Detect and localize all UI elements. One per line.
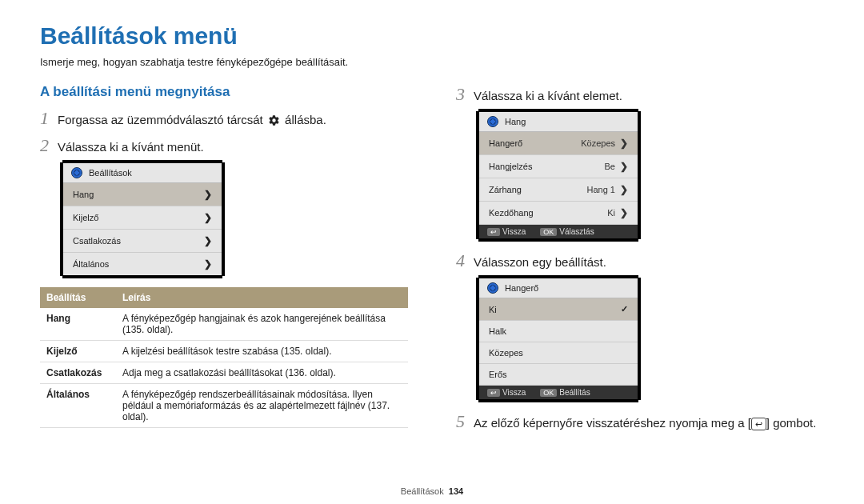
check-icon: ✓ <box>621 304 628 314</box>
panel-row[interactable]: Zárhang Hang 1❯ <box>479 178 638 202</box>
right-column: 3 Válassza ki a kívánt elemet. Hang Hang… <box>456 84 824 438</box>
chevron-right-icon: ❯ <box>204 258 212 270</box>
sound-panel: Hang Hangerő Közepes❯ Hangjelzés Be❯ Zár… <box>478 111 638 239</box>
step1-text: Forgassa az üzemmódválasztó tárcsát állá… <box>58 113 408 126</box>
dial-icon <box>487 282 498 294</box>
th-setting: Beállítás <box>40 287 116 308</box>
chevron-right-icon: ❯ <box>620 207 628 218</box>
step3-text: Válassza ki a kívánt elemet. <box>474 89 824 102</box>
table-row: Kijelző A kijelzési beállítások testre s… <box>40 341 408 362</box>
table-row: Csatlakozás Adja meg a csatlakozási beál… <box>40 362 408 384</box>
settings-panel: Beállítások Hang ❯ Kijelző ❯ Csatlakozás… <box>62 162 222 276</box>
panel-header: Hangerő <box>479 278 638 298</box>
section-heading: A beállítási menü megnyitása <box>40 84 408 100</box>
page-footer: Beállítások 134 <box>0 486 864 496</box>
ok-icon: OK <box>540 228 557 236</box>
ok-icon: OK <box>540 389 557 397</box>
chevron-right-icon: ❯ <box>620 161 628 172</box>
table-row: Hang A fényképezőgép hangjainak és azok … <box>40 308 408 341</box>
panel-row[interactable]: Erős <box>479 364 638 386</box>
back-icon: ↩ <box>487 228 500 236</box>
chevron-right-icon: ❯ <box>204 212 212 223</box>
left-column: A beállítási menü megnyitása 1 Forgassa … <box>40 84 408 438</box>
step4-text: Válasszon egy beállítást. <box>474 255 824 269</box>
panel-row-altalanos[interactable]: Általános ❯ <box>63 253 222 275</box>
volume-panel: Hangerő Ki ✓ Halk Közepes Erős ↩Vissza O… <box>478 278 638 400</box>
step-number: 4 <box>456 250 474 271</box>
panel-row-csatlakozas[interactable]: Csatlakozás ❯ <box>63 230 222 253</box>
settings-description-table: Beállítás Leírás Hang A fényképezőgép ha… <box>40 287 408 428</box>
gear-icon <box>268 114 280 126</box>
step-number: 2 <box>40 135 58 156</box>
chevron-right-icon: ❯ <box>620 138 628 149</box>
step-number: 1 <box>40 108 58 129</box>
panel-header: Beállítások <box>63 163 222 183</box>
panel-row-kijelzo[interactable]: Kijelző ❯ <box>63 206 222 230</box>
return-icon: ↩ <box>751 418 766 430</box>
chevron-right-icon: ❯ <box>204 235 212 246</box>
panel-row[interactable]: Közepes <box>479 342 638 364</box>
step-number: 3 <box>456 84 474 105</box>
panel-header: Hang <box>479 112 638 132</box>
page-title: Beállítások menü <box>40 22 824 50</box>
panel-footer: ↩Vissza OKVálasztás <box>479 225 638 238</box>
panel-row[interactable]: Hangjelzés Be❯ <box>479 155 638 178</box>
chevron-right-icon: ❯ <box>620 184 628 195</box>
back-icon: ↩ <box>487 389 500 397</box>
panel-row[interactable]: Halk <box>479 321 638 342</box>
table-row: Általános A fényképezőgép rendszerbeállí… <box>40 384 408 428</box>
step5-text: Az előző képernyőre visszatéréshez nyomj… <box>474 416 824 430</box>
chevron-right-icon: ❯ <box>204 189 212 200</box>
panel-row-hang[interactable]: Hang ❯ <box>63 183 222 206</box>
page-intro: Ismerje meg, hogyan szabhatja testre fén… <box>40 56 824 68</box>
step-number: 5 <box>456 411 474 432</box>
dial-icon <box>487 116 498 127</box>
panel-footer: ↩Vissza OKBeállítás <box>479 386 638 399</box>
panel-row[interactable]: Ki ✓ <box>479 298 638 321</box>
dial-icon <box>71 167 82 178</box>
panel-row[interactable]: Kezdőhang Ki❯ <box>479 202 638 225</box>
step2-text: Válassza ki a kívánt menüt. <box>58 140 408 154</box>
th-description: Leírás <box>116 287 408 308</box>
panel-row[interactable]: Hangerő Közepes❯ <box>479 132 638 155</box>
